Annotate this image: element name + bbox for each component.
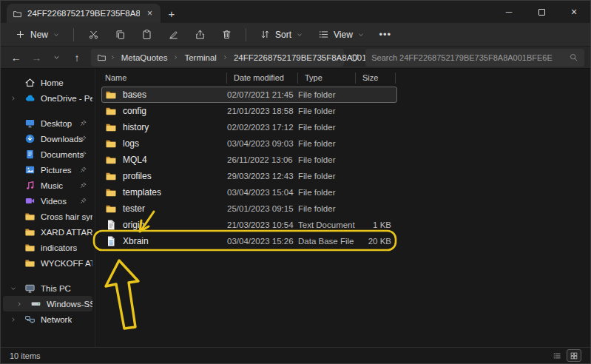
sort-button-label: Sort [275,30,291,40]
up-button[interactable]: ↑ [67,49,86,67]
copy-button[interactable] [107,25,132,44]
sidebar-item-this-pc[interactable]: This PC [3,280,92,296]
minimize-button[interactable]: ─ [493,1,525,23]
details-view-icon [553,351,561,360]
chevron-down-icon[interactable] [10,285,17,292]
plus-icon [15,29,26,40]
search-box [365,49,584,67]
sidebar-item-music[interactable]: Music [3,178,92,193]
refresh-button[interactable] [345,49,364,67]
file-size: 20 KB [356,237,395,246]
toolbar-separator [73,28,74,41]
sidebar-item-home[interactable]: Home [3,75,92,90]
file-row-origin[interactable]: origin 21/03/2023 10:54 Text Document 1 … [101,217,397,233]
sidebar-item-xard-attar[interactable]: XARD ATTAR ZUPER K [3,224,92,240]
file-name: tester [123,203,145,214]
chevron-right-icon[interactable] [10,316,17,323]
view-button-label: View [334,30,353,40]
sidebar-item-documents[interactable]: Documents [3,146,92,162]
more-options-button[interactable]: ••• [373,25,398,44]
sidebar-item-desktop[interactable]: Desktop [3,115,92,131]
file-explorer-window: 24FF2268752179BE735F8A8A0... × + ─ × New… [0,0,591,364]
file-row-logs[interactable]: logs 03/04/2023 09:03 File folder [101,135,397,152]
share-button[interactable] [187,25,212,44]
chevron-down-icon [53,31,60,38]
file-row-mql4[interactable]: MQL4 26/11/2022 13:06 File folder [101,152,397,168]
chevron-right-icon[interactable] [10,95,17,102]
close-button[interactable]: × [558,1,590,23]
chevron-down-icon [53,53,61,61]
command-bar: New Sort View ••• [1,23,590,47]
pin-icon [79,150,87,158]
file-row-templates[interactable]: templates 03/04/2023 15:04 File folder [101,184,397,200]
search-input[interactable] [371,53,564,62]
details-view-button[interactable] [550,349,564,362]
folder-icon [24,211,36,222]
sidebar-item-videos[interactable]: Videos [3,193,92,209]
sort-button[interactable]: Sort [253,25,310,44]
file-name: history [123,122,149,132]
tab-close-icon[interactable]: × [145,8,155,18]
content-area: Home OneDrive - Personal Desktop Downloa… [1,69,590,347]
sidebar-item-windows-ssd[interactable]: Windows-SSD (C:) [3,296,92,311]
rename-button[interactable] [161,25,186,44]
column-header-date-modified[interactable]: Date modified [227,73,298,84]
view-toggles [550,349,581,362]
file-row-xbrain[interactable]: Xbrain 03/04/2023 15:26 Data Base File 2… [101,233,397,249]
view-icon [318,29,329,40]
column-header-name[interactable]: Name [101,73,227,84]
file-date: 02/02/2023 17:12 [227,123,298,132]
sidebar-item-wyckoff[interactable]: WYCKOFF ATS AVERAG [3,255,92,271]
file-date: 03/04/2023 09:03 [227,139,298,148]
file-date: 21/01/2023 18:58 [227,107,298,115]
sort-icon [260,29,271,40]
sidebar-item-cross-hair-sync[interactable]: Cross hair sync [3,209,92,224]
downloads-icon [24,133,36,144]
maximize-icon [538,9,545,16]
sidebar-item-onedrive[interactable]: OneDrive - Personal [3,90,92,106]
file-name: Xbrain [123,236,149,246]
desktop-icon [24,118,36,129]
thumbnails-view-button[interactable] [567,349,581,362]
breadcrumb-item-terminal[interactable]: Terminal [182,53,218,63]
new-tab-button[interactable]: + [161,4,183,23]
thumbnails-view-icon [570,351,578,360]
navigation-pane: Home OneDrive - Personal Desktop Downloa… [1,69,95,347]
column-header-type[interactable]: Type [298,73,356,84]
file-type: Text Document [298,220,356,229]
tab-title: 24FF2268752179BE735F8A8A0... [27,9,140,18]
file-row-bases[interactable]: bases 02/07/2021 21:45 File folder [101,87,397,103]
status-bar: 10 items [1,347,590,363]
cut-button[interactable] [81,25,106,44]
documents-icon [24,149,36,160]
new-button[interactable]: New [8,25,67,44]
sidebar-separator [1,271,95,280]
drive-icon [30,298,41,309]
column-header-size[interactable]: Size [356,73,396,84]
view-button[interactable]: View [311,25,371,44]
chevron-right-icon[interactable] [16,300,23,308]
recent-locations-button[interactable] [47,49,66,67]
sidebar-item-pictures[interactable]: Pictures [3,162,92,178]
back-button[interactable]: ← [7,49,25,67]
file-row-tester[interactable]: tester 25/01/2023 09:15 File folder [101,200,397,217]
file-row-profiles[interactable]: profiles 29/03/2023 12:43 File folder [101,168,397,184]
breadcrumb[interactable]: MetaQuotes Terminal 24FF2268752179BE735F… [91,49,344,67]
paste-button[interactable] [134,25,159,44]
maximize-button[interactable] [525,1,558,23]
sidebar-item-network[interactable]: Network [3,311,92,327]
search-icon[interactable] [569,53,578,62]
file-rows: bases 02/07/2021 21:45 File folder confi… [95,87,590,249]
file-name: MQL4 [123,155,147,165]
breadcrumb-item-metaquotes[interactable]: MetaQuotes [119,53,170,63]
sidebar-item-indicators[interactable]: indicators [3,240,92,255]
sidebar-item-downloads[interactable]: Downloads [3,131,92,146]
explorer-tab[interactable]: 24FF2268752179BE735F8A8A0... × [7,4,161,23]
folder-icon [105,105,117,117]
file-row-config[interactable]: config 21/01/2023 18:58 File folder [101,103,397,119]
file-row-history[interactable]: history 02/02/2023 17:12 File folder [101,119,397,135]
forward-button[interactable]: → [27,49,45,67]
paste-icon [141,29,152,40]
folder-icon [105,154,117,166]
delete-button[interactable] [214,25,239,44]
